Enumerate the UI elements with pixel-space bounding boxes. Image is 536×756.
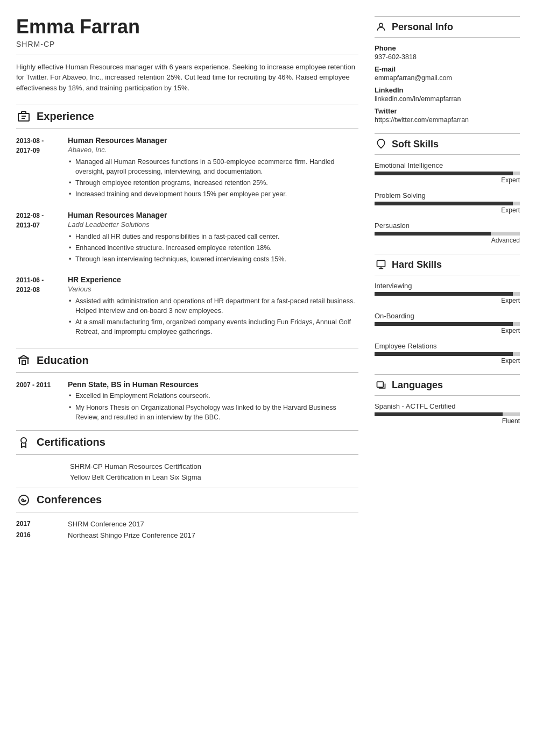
soft-skills-section: Soft Skills Emotional Intelligence Exper… [375,133,520,244]
skill-entry: Emotional Intelligence Expert [375,161,520,184]
hard-skills-header: Hard Skills [375,254,520,275]
skill-bar-fill [375,292,513,296]
twitter-label: Twitter [375,107,520,115]
hard-skills-icon [375,258,387,271]
exp-company: Various [68,285,358,293]
svg-point-7 [379,23,383,27]
personal-info-section: Personal Info Phone 937-602-3818 E-mail … [375,16,520,124]
exp-company: Ladd Leadbetter Solutions [68,220,358,229]
email-label: E-mail [375,65,520,73]
edu-content: Penn State, BS in Human Resources Excell… [68,380,358,423]
conferences-title: Conferences [37,494,102,506]
skill-bar-bg [375,412,520,416]
exp-title: Human Resources Manager [68,211,358,219]
email-value: emmapfarran@gmail.com [375,74,520,82]
languages-header: Languages [375,374,520,396]
skill-level: Fluent [375,417,520,425]
skill-level: Expert [375,206,520,214]
svg-rect-0 [18,113,29,121]
exp-content: Human Resources Manager Ladd Leadbetter … [68,211,358,266]
skill-name: Interviewing [375,282,520,290]
exp-bullets: Assisted with administration and operati… [68,296,358,337]
skill-bar-bg [375,292,520,296]
languages-list: Spanish - ACTFL Certified Fluent [375,402,520,425]
conf-year: 2017 [16,520,59,528]
exp-bullet: Managed all Human Resources functions in… [68,157,358,176]
edu-bullets: Excelled in Employment Relations courseo… [68,391,358,422]
skill-name: Problem Solving [375,191,520,199]
candidate-subtitle: SHRM-CP [16,40,358,54]
skill-name: Employee Relations [375,342,520,350]
conferences-icon [16,493,31,508]
exp-bullet: Enhanced incentive structure. Increased … [68,243,358,253]
edu-bullet: My Honors Thesis on Organizational Psych… [68,403,358,422]
languages-section: Languages Spanish - ACTFL Certified Flue… [375,374,520,425]
exp-dates: 2011-06 -2012-08 [16,275,59,339]
exp-dates: 2013-08 -2017-09 [16,136,59,201]
education-section-header: Education [16,348,358,373]
left-column: Emma Farran SHRM-CP Highly effective Hum… [16,16,358,740]
exp-bullets: Handled all HR duties and responsibiliti… [68,232,358,264]
hard-skills-title: Hard Skills [392,259,442,270]
personal-info-icon [375,20,387,33]
conference-entries: 2017 SHRM Conference 2017 2016 Northeast… [16,520,358,539]
skill-name: Emotional Intelligence [375,161,520,169]
personal-info-header: Personal Info [375,16,520,38]
soft-skills-list: Emotional Intelligence Expert Problem So… [375,161,520,244]
education-icon [16,353,31,368]
education-entries: 2007 - 2011 Penn State, BS in Human Reso… [16,380,358,423]
skill-bar-fill [375,352,513,356]
skill-name: On-Boarding [375,312,520,320]
edu-dates: 2007 - 2011 [16,380,59,423]
cert-item: SHRM-CP Human Resources Certification [70,462,358,470]
exp-bullets: Managed all Human Resources functions in… [68,157,358,199]
skill-bar-bg [375,202,520,205]
exp-title: HR Experience [68,275,358,284]
cert-item: Yellow Belt Certification in Lean Six Si… [70,473,358,481]
conf-name: Northeast Shingo Prize Conference 2017 [68,531,195,539]
skill-bar-bg [375,172,520,175]
svg-rect-8 [377,261,385,267]
skill-level: Expert [375,297,520,304]
conf-name: SHRM Conference 2017 [68,520,144,528]
soft-skills-header: Soft Skills [375,133,520,155]
skill-entry: Spanish - ACTFL Certified Fluent [375,402,520,425]
skill-entry: Problem Solving Expert [375,191,520,214]
skill-entry: Employee Relations Expert [375,342,520,365]
svg-rect-9 [377,382,384,387]
skill-level: Expert [375,176,520,184]
experience-entry: 2013-08 -2017-09 Human Resources Manager… [16,136,358,201]
skill-name: Persuasion [375,222,520,230]
phone-label: Phone [375,44,520,52]
exp-content: Human Resources Manager Abaveo, Inc. Man… [68,136,358,201]
candidate-name: Emma Farran [16,16,358,38]
hard-skills-list: Interviewing Expert On-Boarding Expert E… [375,282,520,365]
exp-bullet: Assisted with administration and operati… [68,296,358,316]
exp-bullet: Increased training and development hours… [68,189,358,199]
phone-value: 937-602-3818 [375,53,520,61]
soft-skills-icon [375,138,387,151]
skill-bar-fill [375,172,513,175]
edu-title: Penn State, BS in Human Resources [68,380,358,389]
hard-skills-section: Hard Skills Interviewing Expert On-Board… [375,254,520,365]
candidate-summary: Highly effective Human Resources manager… [16,62,358,94]
edu-bullet: Excelled in Employment Relations courseo… [68,391,358,401]
right-column: Personal Info Phone 937-602-3818 E-mail … [375,16,520,740]
certifications-list: SHRM-CP Human Resources CertificationYel… [16,462,358,481]
skill-entry: On-Boarding Expert [375,312,520,334]
skill-bar-fill [375,412,503,416]
experience-entry: 2012-08 -2013-07 Human Resources Manager… [16,211,358,266]
linkedin-value: linkedin.com/in/emmapfarran [375,95,520,103]
svg-rect-4 [22,361,25,365]
languages-title: Languages [392,380,443,391]
skill-level: Expert [375,327,520,334]
skill-bar-fill [375,232,491,236]
conferences-section-header: Conferences [16,488,358,512]
twitter-value: https://twitter.com/emmapfarran [375,116,520,124]
certifications-title: Certifications [37,436,105,448]
svg-point-5 [21,438,26,443]
skill-bar-fill [375,322,513,326]
skill-bar-bg [375,322,520,326]
exp-bullet: Through employee retention programs, inc… [68,178,358,188]
experience-entries: 2013-08 -2017-09 Human Resources Manager… [16,136,358,338]
